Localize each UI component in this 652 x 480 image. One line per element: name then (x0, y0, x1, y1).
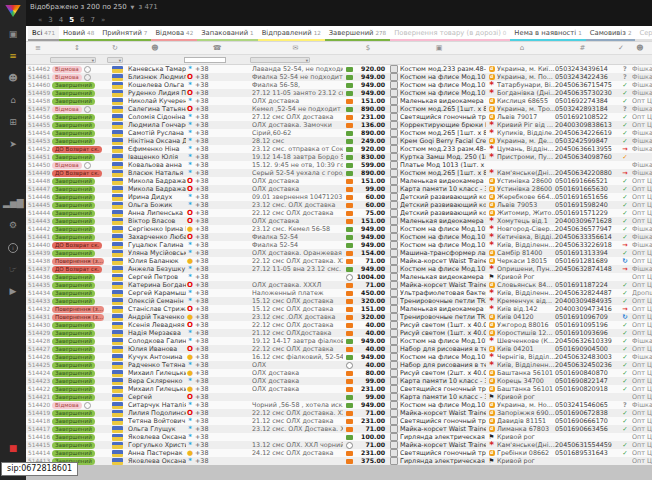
phone-cell[interactable]: *+38 (186, 329, 252, 337)
table-row[interactable]: 514452ДО Возврат ск.Єфименко Ніна*+3823.… (26, 145, 652, 153)
table-row[interactable]: 514434ЗавершенийСергей Карамышев*+38Нало… (26, 289, 652, 297)
phone-cell[interactable]: *+38 (186, 297, 252, 305)
filter-dropdown[interactable]: ▾ (107, 57, 123, 63)
table-row[interactable]: 514435ЗавершенийКатерина БогдановаO+38ОЛ… (26, 281, 652, 289)
table-row[interactable]: 514437ДО Возврат ск.Анжела Безушку*+3827… (26, 265, 652, 273)
column-status[interactable]: ↕ (50, 42, 104, 54)
page-button-6[interactable]: 6 (80, 16, 84, 24)
phone-cell[interactable]: *+38 (186, 337, 252, 345)
page-button-4[interactable]: 4 (59, 16, 63, 24)
phone-cell[interactable]: *+38 (186, 265, 252, 273)
tab-Відправлений[interactable]: Відправлений12 (258, 26, 325, 41)
phone-cell[interactable]: *+38 (186, 401, 252, 409)
table-row[interactable]: 514433ЗавершенийОлексій Семанін*+3815.12… (26, 297, 652, 305)
column-client-type[interactable]: ☻ (628, 42, 652, 54)
table-row[interactable]: 514429ЗавершенийНадія Мерзаєва*+3821.12 … (26, 329, 652, 337)
table-row[interactable]: 514413ЗавершенийЯковлева Оксана*+38375.0… (26, 457, 652, 465)
column-comment[interactable]: ✉ (250, 42, 341, 54)
table-row[interactable]: 514416ЗавершенийЯковлева Оксана*+38100.0… (26, 433, 652, 441)
table-row[interactable]: 514454ЗавершенийСамотій Руслана Во...*+3… (26, 129, 652, 137)
table-row[interactable]: 514441ЗавершенийЗахарченко ЛюбаO+38Фиалк… (26, 233, 652, 241)
filter-dropdown[interactable]: ▾ (50, 57, 96, 63)
table-row[interactable]: 514444ЗавершенийАнна ЛипенськаO+3822.12 … (26, 209, 652, 217)
phone-cell[interactable]: ●+38 (186, 257, 252, 265)
table-row[interactable]: 514461ВідмоваБлизнюк Людмила ...O+38Фиал… (26, 73, 652, 81)
table-row[interactable]: 514450ВідмоваКовальова анна*+3815.12. 9:… (26, 161, 652, 169)
phone-cell[interactable]: *+38 (186, 361, 252, 369)
table-row[interactable]: 514428ЗавершенийСолодкова Галина В...*+3… (26, 337, 652, 345)
support-icon[interactable]: ☞ (3, 261, 23, 277)
filter-dropdown[interactable]: ▾ (250, 57, 310, 63)
table-row[interactable]: 514447ЗавершенийМикола БадражанO+38ОЛХ д… (26, 185, 652, 193)
table-row[interactable]: 514456ЗавершенийСоломія Сідоніна*+3827.1… (26, 113, 652, 121)
phone-cell[interactable]: O+38 (186, 73, 252, 81)
phone-cell[interactable]: *+38 (186, 121, 252, 129)
tab-Нема в наявності[interactable]: Нема в наявності1 (510, 26, 585, 41)
orders-icon[interactable]: ≡ (3, 48, 23, 64)
table-row[interactable]: 514460ЗавершенийКошелева Ольга Ар...*+38… (26, 81, 652, 89)
table-row[interactable]: 514442ЗавершенийСергіюнко Ірина Ми...●+3… (26, 225, 652, 233)
column-product-icon[interactable] (383, 42, 396, 54)
phone-cell[interactable]: O+38 (186, 305, 252, 313)
settings-icon[interactable]: ⚙ (3, 217, 23, 233)
phone-cell[interactable]: ●+38 (186, 313, 252, 321)
table-row[interactable]: 514440ДО Возврат ск.Гуцалюк Галина*+38Фи… (26, 241, 652, 249)
phone-cell[interactable]: O+38 (186, 185, 252, 193)
tab-Сервіси[interactable]: Сервіси0 (635, 26, 652, 41)
tab-Прийнятий[interactable]: Прийнятий7 (98, 26, 151, 41)
phone-cell[interactable]: O+38 (186, 281, 252, 289)
phone-cell[interactable]: ●+38 (186, 353, 252, 361)
table-row[interactable]: 514448ЗавершенийМикола БадражанO+38ОЛХ д… (26, 177, 652, 185)
phone-cell[interactable]: *+38 (186, 417, 252, 425)
phone-cell[interactable]: *+38 (186, 273, 252, 281)
phone-cell[interactable]: *+38 (186, 113, 252, 121)
column-payment[interactable] (341, 42, 353, 54)
phone-cell[interactable]: *+38 (186, 241, 252, 249)
table-row[interactable]: 514426ЗавершенийКучук Антонина●+3816.12 … (26, 353, 652, 361)
clients-icon[interactable]: ☻ (3, 70, 23, 86)
phone-cell[interactable]: O+38 (186, 177, 252, 185)
phone-cell[interactable]: *+38 (186, 457, 252, 465)
last-page-button[interactable]: » (101, 16, 105, 24)
column-track-status[interactable]: ✓ (614, 42, 628, 54)
phone-cell[interactable]: O+38 (186, 89, 252, 97)
table-row[interactable]: 514451ЗавершенийІващенко Юлія*+3819.12 1… (26, 153, 652, 161)
phone-cell[interactable]: *+38 (186, 129, 252, 137)
page-button-7[interactable]: 7 (91, 16, 95, 24)
table-row[interactable]: 514462ВідмоваКаневська Тамара ..*+38Лава… (26, 65, 652, 73)
filter-input[interactable] (184, 57, 226, 63)
table-row[interactable]: 514417ЗавершенийОльга Глущук*+3823.12 см… (26, 425, 652, 433)
tab-Завершений[interactable]: Завершений278 (325, 26, 390, 41)
tab-Всі[interactable]: Всі471 (28, 26, 59, 41)
phone-cell[interactable]: *+38 (186, 441, 252, 449)
phone-cell[interactable]: *+38 (186, 97, 252, 105)
table-row[interactable]: 514420ВідмоваСитарчук Наталія Гр...*+38Ч… (26, 401, 652, 409)
table-row[interactable]: 514438Повернення (з...Юлия Баланюк●+3822… (26, 257, 652, 265)
table-row[interactable]: 514423ЗавершенийВера Скляренко*+38ОЛХ до… (26, 377, 652, 385)
phone-cell[interactable]: *+38 (186, 201, 252, 209)
video-icon[interactable]: ▶ (3, 283, 23, 299)
table-row[interactable]: 514453ЗавершенийНікітіна Оксана Дми...*+… (26, 137, 652, 145)
phone-cell[interactable]: *+38 (186, 249, 252, 257)
phone-cell[interactable]: *+38 (186, 65, 252, 73)
phone-cell[interactable]: O+38 (186, 393, 252, 401)
table-row[interactable]: 514422ЗавершенийМихаил Гилецький●+38ОЛХ … (26, 385, 652, 393)
column-address[interactable]: ⌂ (493, 42, 551, 54)
info-icon[interactable]: i (3, 239, 23, 255)
table-row[interactable]: 514445ЗавершенийОльга Божик*+3823.12 смс… (26, 201, 652, 209)
phone-cell[interactable]: *+38 (186, 153, 252, 161)
phone-cell[interactable]: O+38 (186, 217, 252, 225)
column-price[interactable]: $ (353, 42, 383, 54)
phone-cell[interactable]: ●+38 (186, 449, 252, 457)
table-row[interactable]: 514418ЗавершенийТетяна Войтович*+3821.12… (26, 417, 652, 425)
table-row[interactable]: 514414ЗавершенийАнна Пастернак●+3824.12 … (26, 449, 652, 457)
tab-Запакований[interactable]: Запакований1 (197, 26, 257, 41)
table-row[interactable]: 514446ЗавершенийИрина Дидух*+3809.01 зве… (26, 193, 652, 201)
column-id[interactable]: ≡ (26, 42, 50, 54)
store-icon[interactable]: ⌂ (3, 92, 23, 108)
table-row[interactable]: 514419ЗавершенийЛилия ПодолинскаяO+3822.… (26, 409, 652, 417)
dashboard-icon[interactable]: ▣ (3, 26, 23, 42)
column-delivery[interactable] (482, 42, 493, 54)
phone-cell[interactable]: O+38 (186, 321, 252, 329)
column-tracking[interactable]: # (551, 42, 614, 54)
